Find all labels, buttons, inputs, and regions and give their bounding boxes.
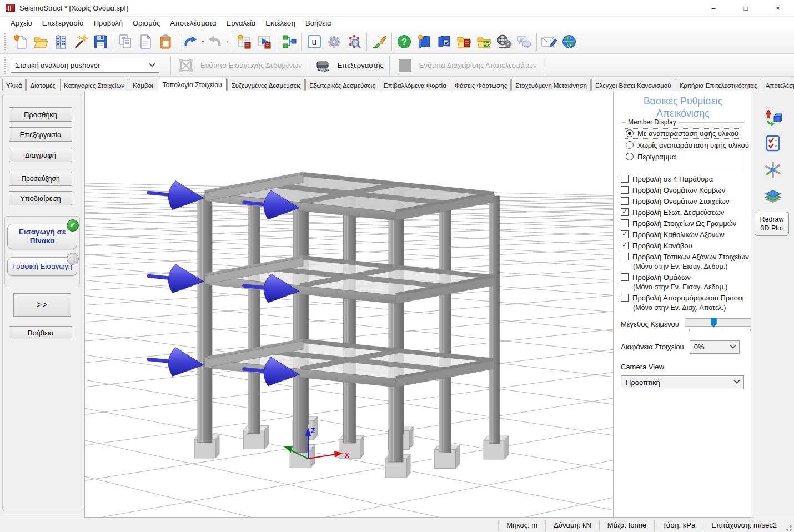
tab-code-checks[interactable]: Ελεγχοι Βάσει Κανονισμού [591,79,675,91]
examples-folder-icon[interactable] [454,32,474,52]
help-button[interactable]: Βοήθεια [9,326,72,339]
close-button[interactable]: × [762,0,794,17]
menu-item-tools[interactable]: Εργαλεία [222,17,261,29]
tab-materials[interactable]: Υλικά [2,79,26,91]
checkbox-icon[interactable] [621,273,629,281]
menu-item-view[interactable]: Προβολή [89,17,128,29]
checkbox-grid[interactable]: Προβολή Κανάβου [621,242,745,250]
expand-button[interactable]: >> [13,293,71,317]
add-button[interactable]: Προσθήκη [9,107,72,122]
tab-target-displacement[interactable]: Στοχευόμενη Μετακίνηση [511,79,591,91]
menu-item-help[interactable]: Βοήθεια [300,17,336,29]
video-tutorials-icon[interactable] [494,32,514,52]
menu-item-run[interactable]: Εκτέλεση [260,17,300,29]
checkbox-icon[interactable] [621,242,629,249]
checkbox-icon[interactable] [621,219,629,227]
subdivide-button[interactable]: Υποδιαίρεση [9,191,72,205]
module-pre-processor[interactable]: Ενότητα Εισαγωγής Δεδομένων [177,56,302,75]
text-size-slider[interactable] [685,317,745,332]
new-table-icon[interactable] [234,32,254,52]
flowchart-icon[interactable] [279,32,299,52]
open-project-icon[interactable] [31,32,51,52]
checkbox-icon[interactable] [621,197,629,205]
increment-button[interactable]: Προσαύξηση [9,172,72,186]
checklist-icon[interactable] [762,133,783,154]
layers-icon[interactable] [762,185,783,206]
units-icon[interactable]: u [304,32,324,52]
redo-icon[interactable] [205,32,225,52]
tab-performance-criteria[interactable]: Κριτήρια Επιτελεστικότητας [676,79,761,91]
paste-page-icon[interactable] [135,32,155,52]
paintbrush-icon[interactable] [369,32,389,52]
checkbox-global-axes[interactable]: Προβολή Καθολικών Αξόνων [621,230,745,239]
checkbox-icon[interactable] [621,253,629,260]
redraw-3d-plot-button[interactable]: Redraw 3D Plot [755,212,789,236]
checkbox-icon[interactable] [621,230,629,238]
graphic-input-button[interactable]: Γραφική Εισαγωγή ·· [7,257,77,276]
email-support-icon[interactable] [539,32,559,52]
checkbox-external-restraints[interactable]: Προβολή Εξωτ. Δεσμεύσεων [621,208,745,217]
3d-viewport[interactable]: Z X [84,91,614,518]
checkbox-local-axes[interactable]: Προβολή Τοπικών Αξόνων Στοιχείων [621,253,745,261]
menu-item-edit[interactable]: Επεξεργασία [37,17,89,29]
checkbox-icon[interactable] [621,186,629,194]
menu-item-results[interactable]: Αποτελέσματα [165,17,221,29]
tab-constraints[interactable]: Συζευγμένες Δεσμεύσεις [227,79,305,91]
update-folder-icon[interactable] [474,32,494,52]
3d-scene[interactable]: Z X [85,91,613,517]
website-globe-icon[interactable] [559,32,579,52]
tab-element-classes[interactable]: Κατηγορίες Στοιχείων [60,79,128,91]
module-processor[interactable]: Επεξεργαστής [314,56,384,75]
checkbox-icon[interactable] [621,294,629,302]
resize-grip[interactable] [785,524,792,531]
undo-dropdown-icon[interactable]: ▼ [201,39,205,43]
checkbox-view-4-windows[interactable]: Προβολή σε 4 Παράθυρα [621,175,745,183]
checkbox-elements-as-lines[interactable]: Προβολή Στοιχείων Ως Γραμμών [621,219,745,228]
menu-item-define[interactable]: Ορισμός [128,17,165,29]
copy-icon[interactable] [115,32,135,52]
clipboard-paste-icon[interactable] [155,32,175,52]
settings-gear-icon[interactable] [324,32,344,52]
tab-restraints[interactable]: Εξωτερικές Δεσμεύσεις [305,79,379,91]
tab-analysis-output[interactable]: Αποτελέσματα Ανάλυσης [762,79,794,91]
model-inspect-icon[interactable] [344,32,364,52]
checkbox-icon[interactable] [621,208,629,216]
run-table-icon[interactable] [254,32,274,52]
minimize-button[interactable]: – [697,0,730,17]
camera-view-select[interactable]: Προοπτική [621,375,744,389]
tab-nodes[interactable]: Κόμβοι [129,79,157,91]
transparency-select[interactable]: 0% [690,340,740,354]
checkbox-groups[interactable]: Προβολή Ομάδων [621,273,745,282]
radio-icon[interactable] [626,153,634,160]
tab-applied-loads[interactable]: Επιβαλλόμενα Φορτία [380,79,450,91]
delete-button[interactable]: Διαγραφή [9,148,72,162]
forum-chat-icon[interactable] [514,32,534,52]
wizard-icon[interactable] [71,32,91,52]
radio-untextured-members[interactable]: Χωρίς αναπαράσταση υφής υλικού [626,141,740,149]
edit-button[interactable]: Επεξεργασία [9,127,72,142]
redo-dropdown-icon[interactable]: ▼ [225,39,229,43]
axes-3d-icon[interactable] [762,159,783,180]
checkbox-icon[interactable] [621,175,629,183]
new-project-icon[interactable] [11,32,31,52]
radio-icon[interactable] [626,141,634,149]
building-model-icon[interactable] [51,32,71,52]
radio-icon[interactable] [626,129,634,137]
module-post-processor[interactable]: Ενότητα Διαχείρισης Αποτελεσμάτων [395,56,537,75]
tab-sections[interactable]: Διατομές [26,79,59,91]
checkbox-node-names[interactable]: Προβολή Ονομάτων Κόμβων [621,186,745,194]
tab-element-connectivity[interactable]: Τοπολογία Στοιχείου [158,78,227,91]
slider-track[interactable] [685,318,751,327]
analysis-type-select[interactable]: Στατική ανάλυση pushover [11,58,159,73]
radio-textured-members[interactable]: Με αναπαράσταση υφής υλικού [626,129,740,138]
maximize-button[interactable]: □ [730,0,762,17]
save-icon[interactable] [91,32,110,52]
tab-loading-phases[interactable]: Φάσεις Φόρτωσης [451,79,511,91]
checkbox-undeformed-model[interactable]: Προβολή Απαραμόρφωτου Προσομοιώματος [621,294,745,302]
display-arrows-cube-icon[interactable] [762,107,783,128]
toolbar-grip[interactable] [4,33,8,50]
menu-item-file[interactable]: Αρχείο [6,17,37,29]
help-icon[interactable]: ? [394,32,414,52]
radio-outline[interactable]: Περίγραμμα [626,153,740,161]
undo-icon[interactable] [180,32,200,52]
